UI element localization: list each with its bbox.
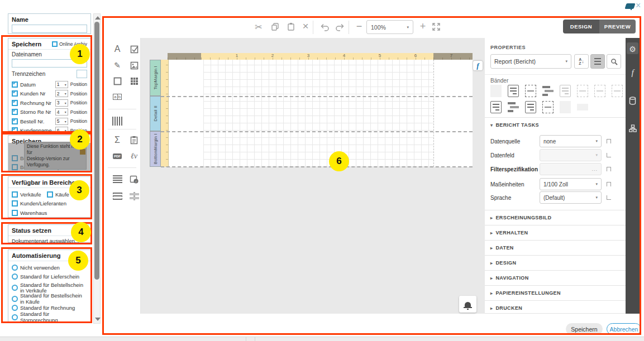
band-icon-bars[interactable]: [508, 101, 519, 113]
section-erscheinungsbild[interactable]: ▸ERSCHEINUNGSBILD: [485, 210, 626, 225]
functions-icon[interactable]: f: [626, 66, 640, 79]
band-icon-clipboard[interactable]: [508, 85, 519, 97]
band-icon-clipboard[interactable]: [525, 101, 536, 113]
kaeufe-checkbox[interactable]: [47, 191, 53, 198]
kundennr-position-select[interactable]: 2▾: [55, 90, 68, 97]
datenfeld-select[interactable]: ▾: [540, 149, 602, 161]
search-icon[interactable]: [607, 54, 621, 69]
character-comb-tool-icon[interactable]: ab: [109, 89, 125, 104]
checkbox-tool-icon[interactable]: [126, 42, 142, 56]
preview-button[interactable]: PREVIEW: [599, 20, 636, 33]
band-tool-icon[interactable]: [109, 189, 125, 203]
data-dictionary-icon[interactable]: [626, 94, 640, 107]
band-icon-clipboard[interactable]: [490, 101, 502, 113]
undo-icon[interactable]: [318, 21, 331, 33]
settings-gear-icon[interactable]: ⚙: [626, 42, 640, 56]
band-icon-wide-dashed[interactable]: [612, 85, 623, 97]
rechnungnr-checkbox[interactable]: [12, 100, 18, 106]
band-bottom-margin[interactable]: BottomMargin I: [150, 131, 161, 167]
copy-icon[interactable]: [269, 21, 282, 33]
masseinheiten-select[interactable]: 1/100 Zoll▾: [540, 178, 602, 190]
band-icon-page[interactable]: [560, 85, 571, 97]
total-tool-icon[interactable]: Σ: [109, 133, 125, 147]
datum-checkbox[interactable]: [12, 81, 18, 88]
category-view-icon[interactable]: [590, 54, 605, 69]
design-canvas[interactable]: 1 2 3 4 5 6 7 TopMargin I Detail II Bott…: [141, 38, 485, 314]
text-tool-icon[interactable]: A: [109, 42, 125, 56]
cut-icon[interactable]: ✂: [252, 21, 265, 33]
shape-tool-icon[interactable]: [109, 74, 125, 88]
std-rechnung-radio[interactable]: [12, 305, 18, 311]
cancel-button[interactable]: Abbrechen: [607, 323, 641, 335]
report-tree-icon[interactable]: [626, 122, 640, 135]
datum-position-select[interactable]: 1▾: [55, 81, 68, 88]
std-lieferschein-radio[interactable]: [12, 273, 18, 280]
stornorenr-position-select[interactable]: 4▾: [55, 108, 68, 116]
band-icon-dashed[interactable]: [525, 85, 536, 97]
std-belstellschein-verkaeufe-radio[interactable]: [12, 285, 18, 291]
status-select[interactable]: Dokumentenart auswählen...: [12, 238, 87, 244]
delete-icon[interactable]: ×: [299, 20, 312, 32]
band-icon-step[interactable]: [577, 104, 588, 111]
online-archiv-checkbox[interactable]: [52, 41, 58, 47]
dateinamen-input[interactable]: [12, 59, 87, 68]
band-icon-bars[interactable]: [542, 85, 554, 97]
kunden-lieferanten-checkbox[interactable]: [12, 200, 18, 206]
band-icon-wide-dashed[interactable]: [577, 85, 588, 97]
std-stornorechnung-radio[interactable]: [12, 314, 18, 320]
stornorenr-checkbox[interactable]: [12, 109, 18, 115]
scroll-up-icon[interactable]: [95, 16, 101, 20]
section-daten[interactable]: ▸DATEN: [485, 240, 626, 255]
trennzeichen-input[interactable]: [77, 70, 87, 78]
save-button[interactable]: Speichern: [566, 323, 603, 335]
list-tool-icon[interactable]: [109, 172, 125, 186]
design-button[interactable]: DESIGN: [563, 20, 599, 33]
scrollbar-thumb[interactable]: [94, 22, 99, 280]
zoom-out-icon[interactable]: −: [353, 20, 365, 32]
image-tool-icon[interactable]: [126, 58, 142, 73]
subreport-tool-icon[interactable]: [126, 133, 142, 147]
kundenname-position-select[interactable]: 6▾: [55, 127, 68, 134]
verkaeufe-checkbox[interactable]: [12, 191, 18, 198]
barcode-tool-icon[interactable]: [109, 114, 125, 128]
bestellnr-checkbox[interactable]: [12, 118, 18, 124]
paste-icon[interactable]: [285, 21, 297, 33]
fullscreen-icon[interactable]: [430, 21, 442, 33]
page-info-tool-icon[interactable]: i: [126, 172, 142, 186]
warenhaus-checkbox[interactable]: [12, 210, 18, 216]
bestellnr-position-select[interactable]: 5▾: [55, 118, 68, 125]
std-bestellschein-kaeufe-radio[interactable]: [12, 296, 18, 302]
band-icon-box[interactable]: [560, 101, 571, 113]
redo-icon[interactable]: [334, 21, 346, 33]
zoom-in-icon[interactable]: +: [417, 20, 429, 32]
section-verhalten[interactable]: ▸VERHALTEN: [485, 225, 626, 240]
sprache-select[interactable]: (Default)▾: [540, 191, 602, 204]
section-design[interactable]: ▸DESIGN: [485, 255, 626, 270]
kundenname-checkbox[interactable]: [12, 127, 18, 133]
close-icon[interactable]: ×: [636, 1, 641, 11]
name-input[interactable]: [12, 25, 87, 33]
pdf-tool-icon[interactable]: PDF: [109, 149, 125, 164]
nicht-verwenden-radio[interactable]: [12, 265, 18, 271]
sort-az-icon[interactable]: AZ↓: [574, 54, 589, 69]
band-detail[interactable]: Detail II: [150, 96, 161, 131]
kundennr-checkbox[interactable]: [12, 90, 18, 97]
rich-text-tool-icon[interactable]: ✎: [109, 58, 125, 73]
zoom-select[interactable]: 100%▾: [366, 20, 413, 34]
notifications-button[interactable]: [459, 296, 476, 313]
script-button[interactable]: f: [473, 61, 483, 70]
band-icon-box[interactable]: [490, 85, 502, 97]
bericht-tasks-header[interactable]: ▾BERICHT TASKS: [485, 117, 626, 132]
section-navigation[interactable]: ▸NAVIGATION: [485, 270, 626, 285]
band-top-margin[interactable]: TopMargin I: [150, 60, 161, 96]
left-panel-scrollbar[interactable]: [93, 13, 101, 324]
section-papiereinstellungen[interactable]: ▸PAPIEREINSTELLUNGEN: [485, 285, 626, 300]
signature-tool-icon[interactable]: ℓv: [126, 149, 142, 164]
rechnungnr-position-select[interactable]: 3▾: [55, 99, 68, 107]
band-icon-dashed[interactable]: [542, 101, 554, 113]
cross-band-tool-icon[interactable]: [126, 189, 142, 203]
band-icon-wide-dashed[interactable]: [594, 85, 605, 97]
datenquelle-select[interactable]: none▾: [540, 135, 602, 147]
table-tool-icon[interactable]: [126, 74, 142, 88]
filterspezifikation-field[interactable]: ...: [540, 163, 602, 175]
